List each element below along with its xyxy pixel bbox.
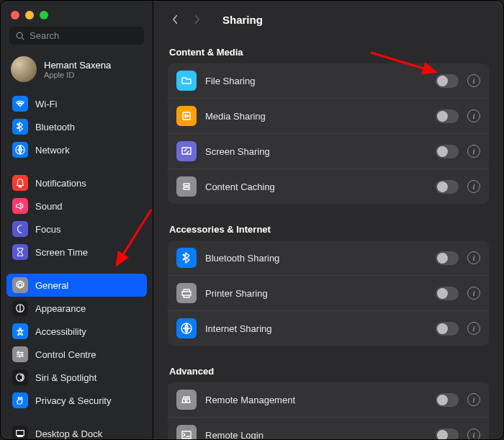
titlebar: Sharing (153, 1, 503, 35)
search-field[interactable] (9, 27, 144, 45)
terminal-icon (176, 425, 197, 439)
info-button[interactable]: i (467, 251, 480, 264)
window-controls (1, 6, 153, 27)
sidebar-item-appearance[interactable]: Appearance (6, 297, 147, 320)
setting-row-remote-login: Remote Login i (168, 417, 489, 439)
screen-icon (176, 141, 197, 161)
page-title: Sharing (222, 14, 263, 26)
appearance-icon (12, 300, 28, 316)
toggle-switch[interactable] (436, 428, 459, 440)
fullscreen-window-button[interactable] (40, 11, 48, 19)
sidebar: Hemant Saxena Apple ID Wi-FiBluetoothNet… (1, 1, 153, 439)
forward-button[interactable] (189, 11, 204, 28)
bluetooth-icon (12, 119, 28, 135)
speaker-icon (12, 198, 28, 214)
section-panel: File Sharing i Media Sharing i Screen Sh… (168, 63, 489, 204)
siri-icon (12, 369, 28, 385)
back-button[interactable] (168, 11, 182, 28)
setting-row-content-caching: Content Caching i (168, 169, 489, 204)
setting-label: Content Caching (205, 181, 427, 192)
section-panel: Bluetooth Sharing i Printer Sharing i In… (168, 241, 489, 346)
sidebar-item-control-centre[interactable]: Control Centre (6, 343, 147, 366)
info-button[interactable]: i (467, 428, 480, 439)
info-button[interactable]: i (467, 322, 480, 335)
toggle-switch[interactable] (436, 145, 459, 158)
sidebar-item-accessibility[interactable]: Accessibility (6, 320, 147, 343)
info-button[interactable]: i (467, 180, 480, 193)
sidebar-item-label: Control Centre (35, 349, 96, 360)
account-row[interactable]: Hemant Saxena Apple ID (1, 52, 153, 92)
setting-row-media-sharing: Media Sharing i (168, 98, 489, 133)
sidebar-item-desktop-dock[interactable]: Desktop & Dock (6, 422, 147, 439)
sidebar-item-general[interactable]: General (6, 274, 147, 297)
settings-window: Hemant Saxena Apple ID Wi-FiBluetoothNet… (0, 0, 504, 440)
info-button[interactable]: i (467, 109, 480, 122)
accessibility-icon (12, 323, 28, 339)
section-header: Accessories & Internet (169, 224, 487, 235)
sidebar-item-sound[interactable]: Sound (6, 194, 147, 217)
section-panel: Remote Management i Remote Login i (168, 382, 489, 439)
sidebar-item-label: Network (35, 145, 70, 156)
setting-label: Remote Management (205, 395, 427, 405)
sidebar-item-screen-time[interactable]: Screen Time (6, 241, 147, 264)
info-button[interactable]: i (467, 393, 480, 406)
minimize-window-button[interactable] (25, 11, 34, 19)
setting-label: Screen Sharing (205, 146, 427, 157)
sidebar-item-bluetooth[interactable]: Bluetooth (6, 115, 147, 138)
close-window-button[interactable] (11, 11, 19, 19)
sidebar-item-label: Notifications (35, 178, 86, 189)
setting-row-remote-management: Remote Management i (168, 382, 489, 417)
globe-icon (176, 318, 197, 338)
sliders-icon (12, 346, 28, 362)
folder-icon (176, 71, 197, 91)
search-input[interactable] (30, 30, 138, 41)
sidebar-item-label: Sound (35, 201, 63, 212)
setting-row-bluetooth-sharing: Bluetooth Sharing i (168, 241, 489, 275)
toggle-switch[interactable] (436, 180, 459, 194)
sidebar-item-wi-fi[interactable]: Wi-Fi (6, 92, 147, 115)
section-header: Content & Media (169, 47, 487, 58)
sidebar-item-label: Desktop & Dock (35, 428, 102, 439)
setting-row-file-sharing: File Sharing i (168, 63, 489, 98)
sidebar-item-label: Screen Time (35, 247, 88, 258)
sidebar-item-notifications[interactable]: Notifications (6, 171, 147, 194)
toggle-switch[interactable] (436, 251, 459, 265)
sidebar-item-network[interactable]: Network (6, 138, 147, 161)
toggle-switch[interactable] (436, 393, 459, 407)
toggle-switch[interactable] (436, 287, 459, 300)
setting-label: Media Sharing (205, 111, 427, 122)
bluetooth-icon (176, 248, 197, 268)
sidebar-item-focus[interactable]: Focus (6, 217, 147, 241)
info-button[interactable]: i (467, 287, 480, 300)
media-icon (176, 106, 197, 126)
sidebar-item-privacy-security[interactable]: Privacy & Security (6, 389, 147, 412)
sidebar-item-label: Wi-Fi (35, 99, 57, 109)
svg-line-1 (22, 37, 24, 40)
avatar (11, 56, 37, 82)
content-area: Content & Media File Sharing i Media Sha… (153, 35, 503, 439)
setting-row-printer-sharing: Printer Sharing i (168, 275, 489, 310)
svg-point-0 (17, 32, 22, 38)
bell-icon (12, 175, 28, 191)
info-button[interactable]: i (467, 145, 480, 158)
printer-icon (176, 283, 197, 303)
sidebar-item-siri-spotlight[interactable]: Siri & Spotlight (6, 366, 147, 389)
toggle-switch[interactable] (436, 322, 459, 336)
sidebar-item-label: Bluetooth (35, 122, 75, 133)
main-pane: Sharing Content & Media File Sharing i M… (153, 1, 503, 439)
hand-icon (12, 392, 28, 408)
info-button[interactable]: i (467, 74, 480, 87)
sidebar-item-label: Privacy & Security (35, 395, 111, 406)
cache-icon (176, 176, 197, 197)
sidebar-item-label: Appearance (35, 303, 86, 314)
gear-icon (12, 277, 28, 293)
section-header: Advanced (169, 366, 487, 377)
setting-label: File Sharing (205, 76, 427, 86)
wifi-icon (12, 96, 28, 112)
toggle-switch[interactable] (436, 109, 459, 123)
toggle-switch[interactable] (436, 74, 459, 88)
globe-icon (12, 142, 28, 158)
setting-label: Remote Login (205, 430, 427, 440)
account-name: Hemant Saxena (44, 60, 111, 71)
setting-row-internet-sharing: Internet Sharing i (168, 310, 489, 346)
